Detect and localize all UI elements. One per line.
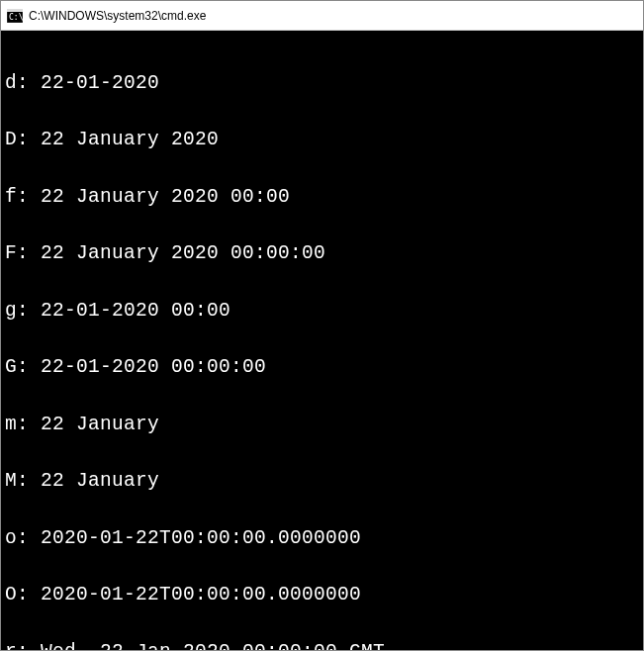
output-line: d: 22-01-2020 xyxy=(5,69,639,98)
cmd-icon: C:\ xyxy=(7,8,23,24)
output-line: M: 22 January xyxy=(5,467,639,496)
output-line: m: 22 January xyxy=(5,411,639,439)
output-line: O: 2020-01-22T00:00:00.0000000 xyxy=(5,581,639,609)
svg-text:C:\: C:\ xyxy=(9,13,23,22)
output-line: D: 22 January 2020 xyxy=(5,126,639,154)
window-titlebar[interactable]: C:\ C:\WINDOWS\system32\cmd.exe xyxy=(1,1,643,31)
window-title: C:\WINDOWS\system32\cmd.exe xyxy=(29,9,206,23)
output-line: f: 22 January 2020 00:00 xyxy=(5,183,639,212)
svg-rect-1 xyxy=(7,9,23,12)
output-line: F: 22 January 2020 00:00:00 xyxy=(5,239,639,268)
terminal-output[interactable]: d: 22-01-2020 D: 22 January 2020 f: 22 J… xyxy=(1,31,643,650)
output-line: o: 2020-01-22T00:00:00.0000000 xyxy=(5,524,639,553)
output-line: G: 22-01-2020 00:00:00 xyxy=(5,353,639,382)
output-line: r: Wed, 22 Jan 2020 00:00:00 GMT xyxy=(5,638,639,651)
output-line: g: 22-01-2020 00:00 xyxy=(5,297,639,326)
